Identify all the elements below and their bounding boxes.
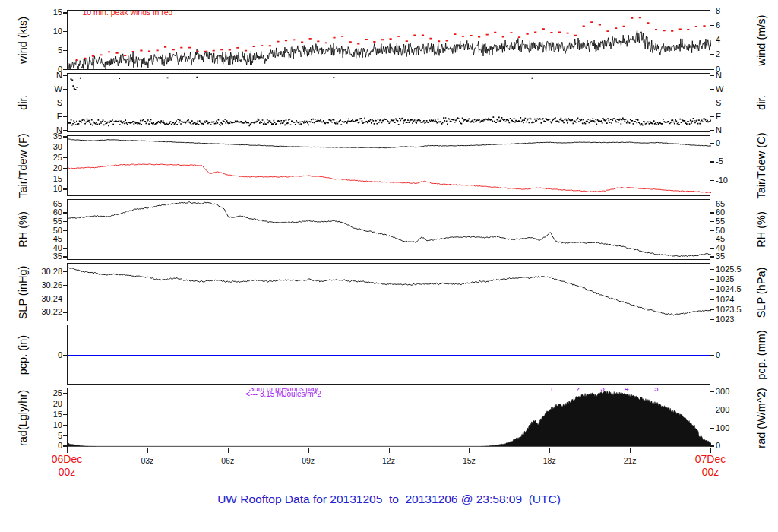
panel-rad-annotation-4: 3 bbox=[600, 388, 605, 393]
ytick-label-right-dir: N bbox=[716, 71, 754, 80]
ytick-label-left-rad: 10 bbox=[26, 420, 62, 429]
x-tick-mark bbox=[228, 448, 229, 453]
x-tick-mark bbox=[549, 448, 550, 453]
panel-dir-plot bbox=[68, 74, 711, 133]
relative-humidity-line bbox=[68, 202, 711, 257]
dir-right-axis-title: dir. bbox=[755, 95, 767, 109]
ytick-label-right-dir: S bbox=[716, 98, 754, 107]
ytick-label-right-slp: 1025 bbox=[716, 274, 754, 283]
ytick-label-left-tair-tdew: 15 bbox=[26, 174, 62, 183]
ytick-label-right-slp: 1025.5 bbox=[716, 264, 754, 274]
x-tick-mark bbox=[469, 448, 470, 453]
x-axis-start-date-line2: 00z bbox=[33, 466, 101, 479]
ytick-mark-left-rad bbox=[63, 425, 67, 426]
ytick-mark-left-slp bbox=[63, 312, 67, 312]
x-axis-start-date: 06Dec 00z bbox=[33, 453, 101, 479]
ytick-label-left-rh: 45 bbox=[26, 234, 62, 243]
x-axis-start-date-line1: 06Dec bbox=[33, 453, 101, 466]
ytick-mark-right-dir bbox=[710, 75, 714, 76]
ytick-mark-right-wind bbox=[710, 54, 714, 55]
panel-tair-tdew-plot bbox=[68, 136, 711, 197]
ytick-mark-right-rad bbox=[710, 410, 714, 410]
panel-rad-annotation-6: 5 bbox=[654, 388, 659, 393]
ytick-mark-left-rad bbox=[63, 435, 67, 436]
x-tick-label: 06z bbox=[211, 456, 245, 465]
ytick-label-left-rh: 55 bbox=[26, 217, 62, 226]
ytick-label-left-rad: 15 bbox=[26, 410, 62, 419]
ytick-label-right-dir: N bbox=[716, 125, 754, 135]
ytick-mark-right-rh bbox=[710, 256, 714, 257]
direction-outliers-scatter bbox=[71, 77, 533, 90]
ytick-mark-right-dir bbox=[710, 103, 714, 103]
tair-tdew-left-axis-title: Tair/Tdew (F) bbox=[17, 133, 29, 198]
ytick-mark-right-tair-tdew bbox=[710, 143, 714, 144]
pcp-right-axis-title: pcp. (mm) bbox=[755, 330, 767, 379]
ytick-mark-left-rh bbox=[63, 239, 67, 239]
ytick-mark-left-slp bbox=[63, 271, 67, 272]
ytick-label-left-wind: 15 bbox=[26, 8, 62, 17]
ytick-mark-left-dir bbox=[63, 89, 67, 90]
x-tick-mark bbox=[67, 448, 68, 453]
wind-left-axis-title: wind (kts) bbox=[17, 16, 29, 63]
ytick-label-right-rh: 35 bbox=[716, 252, 754, 261]
x-tick-mark bbox=[308, 448, 309, 453]
panel-tair-tdew bbox=[67, 135, 710, 196]
ytick-mark-left-rh bbox=[63, 230, 67, 231]
ytick-label-left-rh: 50 bbox=[26, 226, 62, 235]
panel-rad: Sum of previous day<--- 3.15 MJoules/m^2… bbox=[67, 388, 710, 448]
ytick-mark-right-rh bbox=[710, 212, 714, 213]
solar-radiation-area bbox=[68, 391, 711, 446]
ytick-label-right-pcp: 0 bbox=[716, 350, 754, 359]
ytick-label-left-rh: 35 bbox=[26, 252, 62, 261]
slp-right-axis-title: SLP (hPa) bbox=[755, 267, 767, 318]
panel-rh bbox=[67, 199, 710, 260]
panel-slp-plot bbox=[68, 264, 711, 322]
sea-level-pressure-line bbox=[68, 268, 711, 315]
ytick-label-right-wind: 4 bbox=[716, 35, 754, 44]
rad-left-axis-title: rad(Lgly/hr) bbox=[17, 390, 29, 446]
ytick-label-left-rh: 60 bbox=[26, 207, 62, 217]
ytick-label-right-rh: 55 bbox=[716, 217, 754, 226]
ytick-label-left-slp: 30.28 bbox=[26, 267, 62, 276]
pcp-left-axis-title: pcp. (in) bbox=[17, 334, 29, 374]
ytick-mark-right-slp bbox=[710, 319, 714, 320]
weather-multipanel-figure: 10 min. peak winds in redSum of previous… bbox=[0, 0, 778, 532]
ytick-mark-left-pcp bbox=[63, 355, 67, 356]
ytick-mark-right-slp bbox=[710, 269, 714, 270]
ytick-mark-right-wind bbox=[710, 40, 714, 40]
ytick-label-left-dir: W bbox=[26, 84, 62, 93]
ytick-mark-right-tair-tdew bbox=[710, 180, 714, 181]
ytick-mark-right-dir bbox=[710, 89, 714, 90]
ytick-mark-left-dir bbox=[63, 75, 67, 76]
panel-rad-annotation-1: <--- 3.15 MJoules/m^2 bbox=[245, 390, 321, 398]
ytick-mark-left-tair-tdew bbox=[63, 157, 67, 158]
ytick-label-left-rh: 40 bbox=[26, 243, 62, 252]
ytick-mark-left-rh bbox=[63, 204, 67, 204]
ytick-label-right-tair-tdew: 0 bbox=[716, 138, 754, 147]
ytick-label-right-slp: 1023 bbox=[716, 315, 754, 324]
ytick-label-right-wind: 8 bbox=[716, 6, 754, 15]
ytick-label-right-wind: 2 bbox=[716, 49, 754, 59]
ytick-mark-left-rh bbox=[63, 221, 67, 222]
ytick-mark-right-rad bbox=[710, 445, 714, 446]
rad-right-axis-title: rad (W/m^2) bbox=[755, 388, 767, 448]
ytick-label-right-rad: 0 bbox=[716, 441, 754, 450]
x-axis-end-date-line2: 00z bbox=[676, 466, 745, 479]
ytick-mark-left-rh bbox=[63, 212, 67, 213]
ytick-label-left-rad: 20 bbox=[26, 399, 62, 408]
panel-dir bbox=[67, 73, 710, 132]
ytick-mark-right-rad bbox=[710, 391, 714, 392]
ytick-label-left-slp: 30.24 bbox=[26, 294, 62, 303]
panel-rad-annotation-3: 2 bbox=[577, 388, 581, 393]
ytick-mark-left-tair-tdew bbox=[63, 136, 67, 137]
x-tick-mark bbox=[147, 448, 148, 453]
ytick-label-right-dir: E bbox=[716, 112, 754, 121]
ytick-label-left-rh: 65 bbox=[26, 199, 62, 208]
panel-pcp bbox=[67, 325, 710, 385]
panel-wind-annotation-0: 10 min. peak winds in red bbox=[82, 11, 172, 17]
panel-pcp-plot bbox=[68, 325, 711, 385]
ytick-mark-left-rh bbox=[63, 256, 67, 257]
ytick-mark-right-wind bbox=[710, 11, 714, 11]
ytick-label-right-slp: 1024.5 bbox=[716, 284, 754, 293]
ytick-mark-left-rh bbox=[63, 248, 67, 249]
